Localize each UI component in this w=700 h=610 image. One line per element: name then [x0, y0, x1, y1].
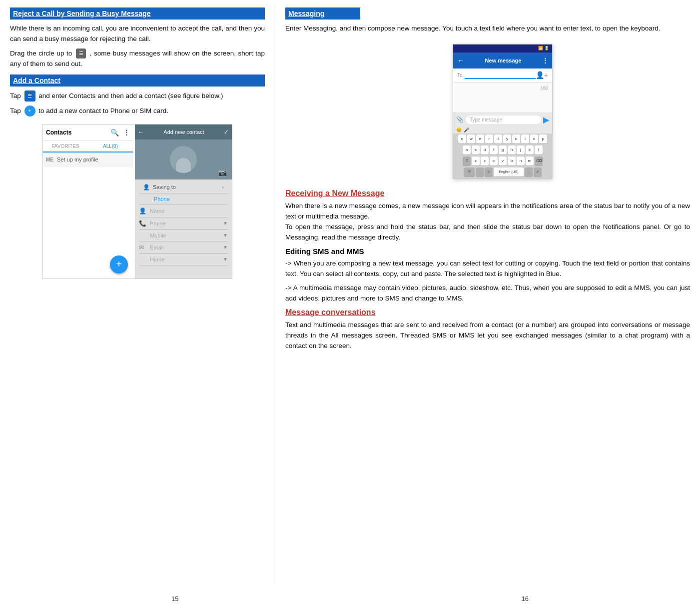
camera-icon[interactable]: 📷 — [218, 168, 227, 176]
key-e[interactable]: e — [476, 134, 484, 144]
emoji-toolbar: 😊 🎤 — [453, 126, 552, 134]
contacts-me-row: ME Set up my profile — [43, 152, 133, 167]
saving-to-value-row: Phone — [139, 194, 228, 205]
receiving-title: Receiving a New Message — [285, 189, 690, 198]
saving-to-row: 👤 Saving to › — [139, 182, 228, 194]
mobile-field-row[interactable]: Mobile ▼ — [139, 230, 228, 242]
key-w[interactable]: w — [467, 134, 475, 144]
add-contact-title: Add a Contact — [10, 74, 265, 86]
messaging-section: Messaging Enter Messaging, and then comp… — [285, 8, 690, 34]
contacts-screenshot: Contacts 🔍 ⋮ FAVORITES ALL(0) ME — [42, 124, 232, 279]
editing-section: Editing SMS and MMS -> When you are comp… — [285, 247, 690, 304]
key-z[interactable]: z — [472, 156, 480, 166]
phone-screen: 📶 🔋 ← New message ⋮ To 👤+ 160 — [453, 44, 553, 179]
add-person-icon: + — [24, 106, 35, 116]
message-input[interactable]: Type message — [466, 116, 541, 124]
conversations-section: Message conversations Text and multimedi… — [285, 308, 690, 352]
to-input[interactable] — [465, 71, 536, 79]
contacts-screenshot-container: Contacts 🔍 ⋮ FAVORITES ALL(0) ME — [10, 124, 265, 279]
keyboard: q w e r t y u i o p a s d — [453, 134, 552, 178]
key-s[interactable]: s — [472, 146, 480, 154]
contact-fields: 👤 Saving to › Phone 👤 Name 📞 — [135, 180, 232, 268]
email-field-row[interactable]: ✉ Email ▼ — [139, 242, 228, 254]
keyboard-row-3: ⇧ z x c v b n m ⌫ — [453, 156, 552, 166]
key-n[interactable]: n — [517, 156, 525, 166]
contacts-header: Contacts 🔍 ⋮ — [43, 124, 133, 141]
key-f[interactable]: f — [490, 146, 498, 154]
key-period[interactable]: . — [525, 168, 533, 176]
key-t[interactable]: t — [494, 134, 502, 144]
key-r[interactable]: r — [485, 134, 493, 144]
home-field-row[interactable]: Home ▼ — [139, 254, 228, 266]
receiving-section: Receiving a New Message When there is a … — [285, 189, 690, 243]
more-icon[interactable]: ⋮ — [123, 128, 130, 136]
back-icon[interactable]: ← — [138, 128, 144, 136]
all-tab[interactable]: ALL(0) — [88, 141, 133, 152]
key-x[interactable]: x — [481, 156, 489, 166]
left-column: Reject a Call by Sending a Busy Message … — [10, 5, 275, 585]
footer: 15 16 — [0, 590, 700, 610]
keyboard-row-1: q w e r t y u i o p — [453, 134, 552, 144]
key-delete[interactable]: ⌫ — [535, 156, 543, 166]
key-p[interactable]: p — [539, 134, 547, 144]
message-body-area[interactable]: 160 — [453, 82, 552, 112]
key-a[interactable]: a — [463, 146, 471, 154]
key-comma[interactable]: , — [476, 168, 484, 176]
key-shift[interactable]: ⇧ — [463, 156, 471, 166]
key-space[interactable]: English (US) — [494, 168, 524, 176]
send-icon[interactable]: ▶ — [543, 115, 549, 124]
key-enter[interactable]: ✓ — [534, 168, 542, 176]
add-contact-header: ← Add new contact ✓ — [135, 124, 232, 140]
key-k[interactable]: k — [526, 146, 534, 154]
add-recipient-icon[interactable]: 👤+ — [536, 71, 548, 79]
key-c[interactable]: c — [490, 156, 498, 166]
to-field[interactable]: To 👤+ — [453, 68, 552, 82]
right-column: Messaging Enter Messaging, and then comp… — [275, 5, 690, 585]
name-icon: 👤 — [139, 208, 147, 214]
key-y[interactable]: y — [503, 134, 511, 144]
check-icon[interactable]: ✓ — [224, 128, 229, 136]
add-contact-form: ← Add new contact ✓ 📷 👤 Saving to — [135, 124, 232, 278]
message-input-row: 📎 Type message ▶ — [453, 112, 552, 126]
person-icon: 👤 — [143, 184, 150, 190]
key-u[interactable]: u — [512, 134, 520, 144]
key-j[interactable]: j — [517, 146, 525, 154]
drag-icon: ☰ — [76, 48, 86, 58]
more-options-icon[interactable]: ⋮ — [542, 57, 548, 64]
phone-icon: 📞 — [139, 220, 147, 227]
page-number-right: 16 — [522, 595, 529, 602]
contacts-icon: ☰ — [24, 90, 35, 102]
back-arrow-icon[interactable]: ← — [457, 56, 464, 64]
name-field-row[interactable]: 👤 Name — [139, 205, 228, 218]
add-contact-para1: Tap ☰ and enter Contacts and then add a … — [10, 90, 265, 102]
search-icon[interactable]: 🔍 — [110, 128, 119, 136]
key-q[interactable]: q — [458, 134, 466, 144]
key-i[interactable]: i — [521, 134, 529, 144]
receiving-para: When there is a new message comes, a new… — [285, 201, 690, 243]
key-emoji[interactable]: ☺ — [485, 168, 493, 176]
reject-call-section: Reject a Call by Sending a Busy Message … — [10, 8, 265, 70]
key-d[interactable]: d — [481, 146, 489, 154]
avatar-image — [170, 146, 197, 173]
conversations-para: Text and multimedia messages that are se… — [285, 320, 690, 352]
key-b[interactable]: b — [508, 156, 516, 166]
key-l[interactable]: l — [535, 146, 543, 154]
email-icon: ✉ — [139, 244, 147, 251]
key-m[interactable]: m — [526, 156, 534, 166]
status-bar: 📶 🔋 — [453, 44, 552, 52]
mic-icon[interactable]: 🎤 — [464, 128, 469, 132]
key-v[interactable]: v — [499, 156, 507, 166]
messaging-title: Messaging — [285, 8, 360, 20]
key-o[interactable]: o — [530, 134, 538, 144]
attachment-icon[interactable]: 📎 — [456, 116, 464, 123]
emoji-icon[interactable]: 😊 — [456, 128, 462, 132]
key-g[interactable]: g — [499, 146, 507, 154]
keyboard-row-4: ?! , ☺ English (US) . ✓ — [453, 166, 552, 178]
key-h[interactable]: h — [508, 146, 516, 154]
phone-field-row[interactable]: 📞 Phone ▼ — [139, 218, 228, 230]
keyboard-row-2: a s d f g h j k l — [453, 144, 552, 156]
favorites-tab[interactable]: FAVORITES — [43, 141, 88, 152]
contacts-tabs: FAVORITES ALL(0) — [43, 141, 133, 152]
add-contact-fab[interactable]: + — [110, 256, 128, 274]
key-symbols[interactable]: ?! — [464, 168, 475, 176]
